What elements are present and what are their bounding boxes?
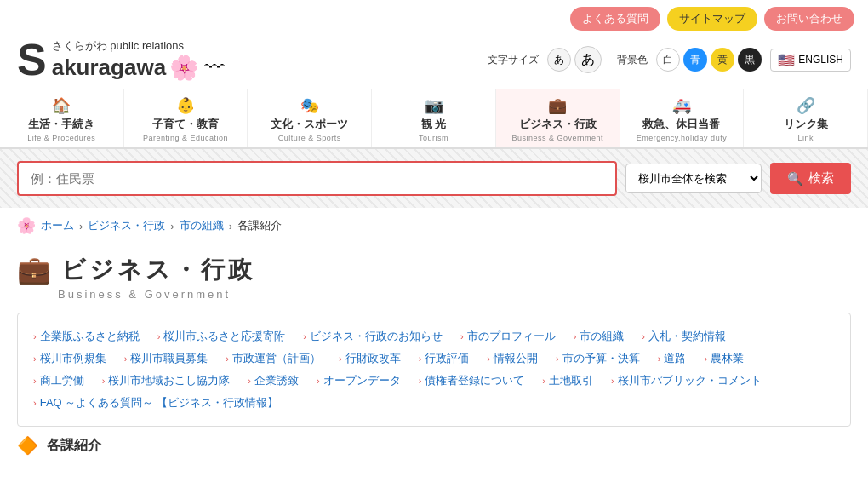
nav-item-links[interactable]: 🔗 リンク集 Link [744,89,868,147]
link-item-commerce: › 商工労働 [33,370,84,392]
link-budget[interactable]: 市の予算・決算 [562,348,640,370]
nav-parenting-icon: 👶 [176,96,195,115]
nav-emergency-label: 救急、休日当番 [642,117,720,132]
link-item-creditor: › 債権者登録について [419,370,525,392]
link-public-comment[interactable]: 桜川市パブリック・コメント [618,370,762,392]
nav-item-emergency[interactable]: 🚑 救急、休日当番 Emergency,holiday duty [620,89,745,147]
link-item-opendata: › オープンデータ [317,370,401,392]
breadcrumb-sep-1: › [79,220,83,233]
link-opendata[interactable]: オープンデータ [323,370,401,392]
breadcrumb-current: 各課紹介 [237,218,282,233]
link-arrow-icon: › [419,371,422,390]
bg-yellow-button[interactable]: 黄 [711,48,734,72]
link-furusato-kigyou[interactable]: 企業版ふるさと納税 [40,325,140,348]
link-item-community: › 桜川市地域おこし協力隊 [102,370,231,392]
link-arrow-icon: › [339,349,342,368]
link-arrow-icon: › [704,349,707,368]
link-item-agriculture: › 農林業 [704,348,744,370]
link-arrow-icon: › [33,327,37,346]
link-arrow-icon: › [574,327,577,346]
link-creditor[interactable]: 債権者登録について [425,370,524,392]
link-profile[interactable]: 市のプロフィール [467,325,556,348]
search-button[interactable]: 🔍 検索 [770,163,851,194]
search-input[interactable] [17,161,617,196]
link-arrow-icon: › [317,371,320,390]
link-item-recruit: › 桜川市職員募集 [124,348,208,370]
link-item-reiki: › 桜川市例規集 [33,348,106,370]
logo-right: さくらがわ public relations akuragawa 🌸 〰 [52,38,225,82]
link-arrow-icon: › [33,393,37,412]
nav-parenting-sublabel: Parenting & Education [143,134,228,142]
link-road[interactable]: 道路 [664,348,686,370]
link-agriculture[interactable]: 農林業 [711,348,744,370]
nav-links-icon: 🔗 [797,96,815,115]
nav-emergency-sublabel: Emergency,holiday duty [637,134,727,142]
bg-white-button[interactable]: 白 [656,48,680,72]
nav-item-life[interactable]: 🏠 生活・手続き Life & Procedures [0,89,124,147]
link-recruit[interactable]: 桜川市職員募集 [130,348,208,370]
link-arrow-icon: › [102,371,106,390]
nav-culture-label: 文化・スポーツ [271,117,348,132]
breadcrumb-sep-3: › [229,220,232,233]
contact-button[interactable]: お問い合わせ [764,7,854,31]
nav-item-culture[interactable]: 🎭 文化・スポーツ Culture & Sports [248,89,372,147]
link-furusato-ouen[interactable]: 桜川市ふるさと応援寄附 [163,325,285,348]
link-plan[interactable]: 市政運営（計画） [232,348,321,370]
link-info[interactable]: 情報公開 [494,348,538,370]
nav-parenting-label: 子育て・教育 [152,117,219,132]
lang-label: ENGLISH [798,54,843,66]
link-reiki[interactable]: 桜川市例規集 [40,348,106,370]
link-item-invest: › 企業誘致 [248,370,299,392]
nav-item-business[interactable]: 💼 ビジネス・行政 Business & Government [496,89,620,147]
search-scope-select[interactable]: 桜川市全体を検索 ビジネス・行政 [625,164,762,193]
bg-blue-button[interactable]: 青 [683,48,707,72]
link-bid[interactable]: 入札・契約情報 [648,325,726,348]
nav-links-sublabel: Link [797,134,814,142]
faq-button[interactable]: よくある質問 [570,7,660,31]
link-land[interactable]: 土地取引 [549,370,593,392]
link-faq[interactable]: FAQ ～よくある質問～ 【ビジネス・行政情報】 [40,392,278,414]
page-title: ビジネス・行政 [61,254,255,286]
link-item-eval: › 行政評価 [419,348,470,370]
cherry-blossom-icon: 🌸 [169,54,199,82]
nav-item-parenting[interactable]: 👶 子育て・教育 Parenting & Education [124,89,248,147]
bottom-title: 各課紹介 [47,437,101,455]
breadcrumb-sep-2: › [170,220,174,233]
link-arrow-icon: › [157,327,161,346]
font-size-controls: あ あ [547,46,602,73]
link-item-reform: › 行財政改革 [339,348,401,370]
logo-jp: さくらがわ public relations [52,38,225,54]
link-arrow-icon: › [303,327,306,346]
link-community[interactable]: 桜川市地域おこし協力隊 [108,370,230,392]
link-commerce[interactable]: 商工労働 [40,370,84,392]
sitemap-button[interactable]: サイトマップ [667,7,757,31]
bg-color-controls: 白 青 黄 黒 [656,48,762,72]
logo-area: S さくらがわ public relations akuragawa 🌸 〰 [17,37,225,82]
logo-en: akuragawa [52,55,166,81]
breadcrumb-org[interactable]: 市の組織 [180,218,224,233]
font-small-button[interactable]: あ [547,48,571,72]
link-org[interactable]: 市の組織 [580,325,624,348]
breadcrumb-home[interactable]: ホーム [41,218,74,233]
link-invest[interactable]: 企業誘致 [254,370,299,392]
link-arrow-icon: › [33,349,37,368]
link-eval[interactable]: 行政評価 [425,348,469,370]
header: S さくらがわ public relations akuragawa 🌸 〰 文… [0,37,868,89]
nav-tourism-sublabel: Tourism [419,134,448,142]
link-news[interactable]: ビジネス・行政のお知らせ [310,325,443,348]
bg-black-button[interactable]: 黒 [738,48,762,72]
link-item-plan: › 市政運営（計画） [226,348,321,370]
link-item-org: › 市の組織 [574,325,625,348]
nav-tourism-icon: 📷 [425,96,443,115]
nav-item-tourism[interactable]: 📷 観 光 Tourism [372,89,496,147]
link-reform[interactable]: 行財政改革 [345,348,401,370]
breadcrumb-biz[interactable]: ビジネス・行政 [88,218,165,233]
links-row-1: › 企業版ふるさと納税 › 桜川市ふるさと応援寄附 › ビジネス・行政のお知らせ… [33,325,835,348]
link-arrow-icon: › [611,371,614,390]
link-item-info: › 情報公開 [487,348,538,370]
link-item-furusato-kigyou: › 企業版ふるさと納税 [33,325,140,348]
language-selector[interactable]: 🇺🇸 ENGLISH [770,49,851,72]
page-title-row: 💼 ビジネス・行政 [17,254,851,286]
font-large-button[interactable]: あ [574,46,602,73]
bottom-title-icon: 🔶 [17,435,38,456]
